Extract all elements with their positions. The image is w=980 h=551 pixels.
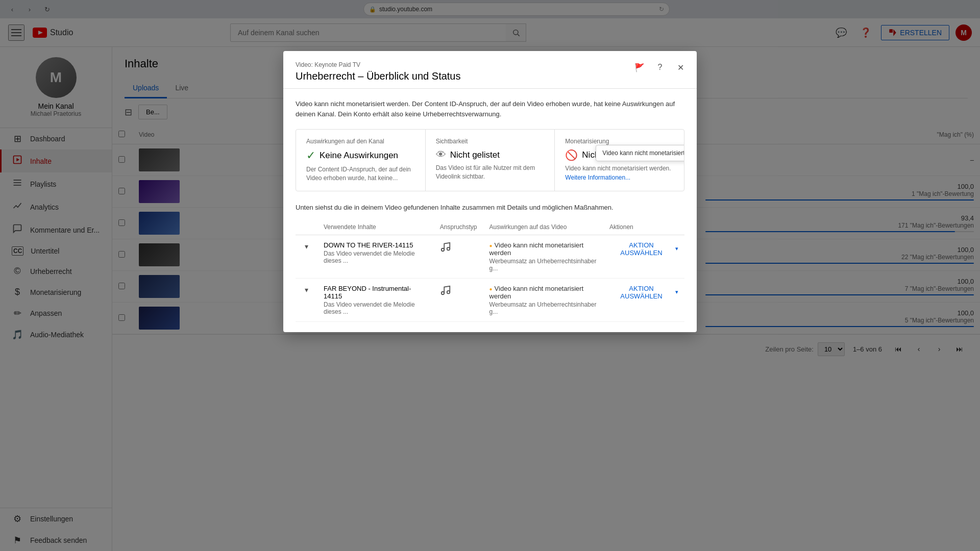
no-money-icon: 🚫 bbox=[565, 149, 578, 161]
status-card-auswirkungen: Auswirkungen auf den Kanal ✓ Keine Auswi… bbox=[296, 130, 426, 191]
auswirkungen-label: Auswirkungen auf den Kanal bbox=[306, 138, 415, 145]
svg-point-15 bbox=[447, 247, 450, 251]
modal-header: Video: Keynote Paid TV Urheberrecht – Üb… bbox=[283, 51, 697, 89]
modal-title: Urheberrecht – Überblick und Status bbox=[296, 70, 684, 82]
content-table-row: ▾ DOWN TO THE RIVER-14115 Das Video verw… bbox=[296, 235, 684, 278]
action-select-label-2: AKTION AUSWÄHLEN bbox=[609, 285, 673, 300]
music-icon-1 bbox=[440, 244, 451, 255]
dropdown-arrow-2: ▾ bbox=[675, 289, 678, 295]
col-aktionen: Aktionen bbox=[603, 219, 684, 235]
col-auswirkungen-video: Auswirkungen auf das Video bbox=[483, 219, 603, 235]
more-info-link[interactable]: Weitere Informationen... bbox=[565, 174, 630, 181]
eye-icon: 👁 bbox=[436, 149, 446, 161]
status-card-monetarisierung: Monetarisierung 🚫 Nicht geeignet Video k… bbox=[555, 130, 684, 191]
modal-notice: Video kann nicht monetarisiert werden. D… bbox=[296, 99, 684, 119]
svg-point-16 bbox=[442, 291, 445, 294]
modal-header-actions: 🚩 ? ✕ bbox=[631, 59, 689, 76]
action-select-label-1: AKTION AUSWÄHLEN bbox=[609, 241, 673, 257]
content-table-row: ▾ FAR BEYOND - Instrumental-14115 Das Vi… bbox=[296, 278, 684, 321]
sichtbarkeit-desc: Das Video ist für alle Nutzer mit dem Vi… bbox=[436, 164, 545, 181]
auswirkungen-desc: Der Content ID-Anspruch, der auf dein Vi… bbox=[306, 165, 415, 183]
content-table: Verwendete Inhalte Anspruchstyp Auswirku… bbox=[296, 219, 684, 322]
col-verwendete-inhalte: Verwendete Inhalte bbox=[317, 219, 434, 235]
col-anspruchstyp: Anspruchstyp bbox=[434, 219, 483, 235]
sichtbarkeit-value: 👁 Nicht gelistet bbox=[436, 149, 545, 161]
impact-text-1: ●Video kann nicht monetarisiert werden bbox=[489, 241, 597, 257]
monetarisierung-desc: Video kann nicht monetarisiert werden. bbox=[565, 164, 674, 173]
monetarisierung-tooltip: Video kann nicht monetarisiert werden. bbox=[596, 145, 684, 161]
check-icon: ✓ bbox=[306, 149, 315, 162]
help-modal-button[interactable]: ? bbox=[652, 59, 668, 76]
impact-sub-2: Werbeumsatz an Urheberrechtsinhaber g... bbox=[489, 301, 597, 315]
flag-button[interactable]: 🚩 bbox=[631, 59, 648, 76]
action-select-button-2[interactable]: AKTION AUSWÄHLEN ▾ bbox=[609, 285, 678, 300]
status-card-sichtbarkeit: Sichtbarkeit 👁 Nicht gelistet Das Video … bbox=[426, 130, 555, 191]
action-select-button-1[interactable]: AKTION AUSWÄHLEN ▾ bbox=[609, 241, 678, 257]
content-subtitle-2: Das Video verwendet die Melodie dieses .… bbox=[324, 301, 428, 315]
svg-point-17 bbox=[447, 291, 450, 294]
dropdown-arrow-1: ▾ bbox=[675, 245, 678, 252]
content-subtitle-1: Das Video verwendet die Melodie dieses .… bbox=[324, 250, 428, 264]
impact-text-2: ●Video kann nicht monetarisiert werden bbox=[489, 285, 597, 300]
content-title-2: FAR BEYOND - Instrumental-14115 bbox=[324, 285, 428, 300]
copyright-modal: Video: Keynote Paid TV Urheberrecht – Üb… bbox=[283, 51, 697, 332]
content-title-1: DOWN TO THE RIVER-14115 bbox=[324, 241, 428, 249]
monetarisierung-label: Monetarisierung bbox=[565, 138, 674, 145]
modal-subtitle: Video: Keynote Paid TV bbox=[296, 61, 684, 68]
close-modal-button[interactable]: ✕ bbox=[672, 59, 689, 76]
expand-button-1[interactable]: ▾ bbox=[302, 241, 311, 252]
modal-body: Video kann nicht monetarisiert werden. D… bbox=[283, 89, 697, 332]
sichtbarkeit-label: Sichtbarkeit bbox=[436, 138, 545, 145]
auswirkungen-value: ✓ Keine Auswirkungen bbox=[306, 149, 415, 162]
impact-sub-1: Werbeumsatz an Urheberrechtsinhaber g... bbox=[489, 258, 597, 272]
status-cards: Auswirkungen auf den Kanal ✓ Keine Auswi… bbox=[296, 129, 684, 191]
expand-button-2[interactable]: ▾ bbox=[302, 285, 311, 295]
svg-point-14 bbox=[442, 248, 445, 251]
section-text: Unten siehst du die in deinem Video gefu… bbox=[296, 204, 684, 211]
music-icon-2 bbox=[440, 288, 451, 298]
modal-overlay: Video: Keynote Paid TV Urheberrecht – Üb… bbox=[0, 0, 980, 551]
